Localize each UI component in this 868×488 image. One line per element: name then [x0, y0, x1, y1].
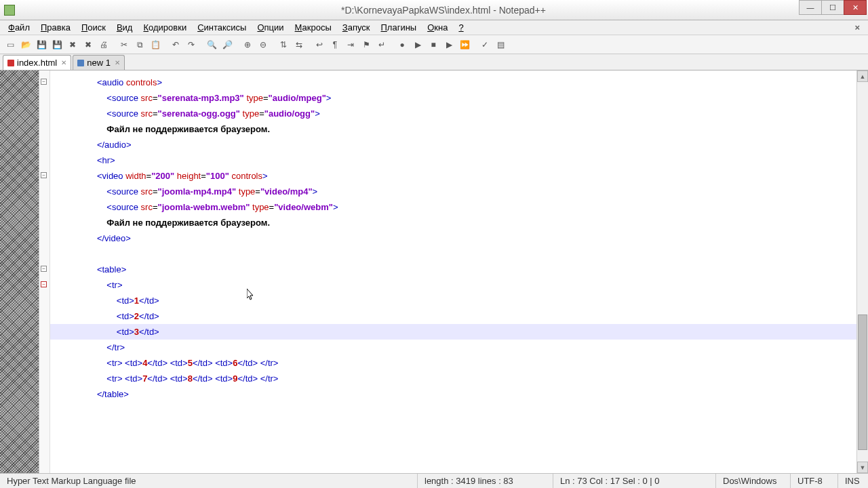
- spell-icon[interactable]: ✓: [477, 37, 492, 52]
- tab-label: new 1: [87, 58, 111, 68]
- maximize-button[interactable]: ☐: [821, 0, 844, 15]
- play-icon[interactable]: ▶: [410, 37, 425, 52]
- lang-icon[interactable]: ⚑: [359, 37, 374, 52]
- cut-icon[interactable]: ✂: [117, 37, 132, 52]
- status-filetype: Hyper Text Markup Language file: [0, 474, 418, 488]
- toolbar-separator: [390, 37, 394, 52]
- sync-v-icon[interactable]: ⇅: [276, 37, 291, 52]
- menu-синтаксисы[interactable]: Синтаксисы: [192, 21, 252, 34]
- status-eol[interactable]: Dos\Windows: [716, 474, 791, 488]
- menu-поиск[interactable]: Поиск: [76, 21, 111, 34]
- closeall-icon[interactable]: ✖: [81, 37, 96, 52]
- save-icon[interactable]: 💾: [34, 37, 49, 52]
- toolbar-separator: [473, 37, 477, 52]
- menu-запуск[interactable]: Запуск: [337, 21, 376, 34]
- toolbar-separator: [307, 37, 311, 52]
- play1-icon[interactable]: ▶: [441, 37, 456, 52]
- menu-вид[interactable]: Вид: [111, 21, 138, 34]
- saveall-icon[interactable]: 💾: [50, 37, 64, 52]
- zoom-in-icon[interactable]: ⊕: [240, 37, 255, 52]
- minimize-button[interactable]: —: [799, 0, 822, 15]
- tab-close-icon[interactable]: ✕: [115, 59, 120, 66]
- tab-bar: index.html✕new 1✕: [0, 54, 868, 70]
- playn-icon[interactable]: ⏩: [457, 37, 472, 52]
- fold-toggle-icon[interactable]: −: [41, 79, 47, 85]
- new-icon[interactable]: ▭: [3, 37, 18, 52]
- editor-area: −−−−− <audio controls> <source src="sere…: [0, 70, 868, 473]
- wrap-icon[interactable]: ↩: [312, 37, 327, 52]
- toolbar-separator: [199, 37, 203, 52]
- menubar-close-doc[interactable]: ×: [849, 22, 865, 33]
- fold-column[interactable]: −−−−−: [39, 70, 50, 473]
- status-bar: Hyper Text Markup Language file length :…: [0, 473, 868, 488]
- titlebar[interactable]: *D:\KornevayaPapkaWS\index.html - Notepa…: [0, 0, 868, 20]
- toolbar-separator: [163, 37, 167, 52]
- status-encoding[interactable]: UTF-8: [791, 474, 838, 488]
- menu-кодировки[interactable]: Кодировки: [138, 21, 192, 34]
- tab-index-html[interactable]: index.html✕: [3, 55, 71, 70]
- menu-?[interactable]: ?: [453, 21, 469, 34]
- scroll-thumb[interactable]: [858, 314, 867, 450]
- redo-icon[interactable]: ↷: [184, 37, 199, 52]
- code-text[interactable]: <audio controls> <source src="serenata-m…: [77, 75, 338, 402]
- app-icon: [4, 5, 15, 16]
- tab-new-1[interactable]: new 1✕: [73, 55, 125, 70]
- toolbar: ▭📂💾💾✖✖🖨✂⧉📋↶↷🔍🔎⊕⊖⇅⇆↩¶⇥⚑↵●▶■▶⏩✓▤: [0, 35, 868, 54]
- line-number-gutter[interactable]: [0, 70, 39, 473]
- modified-icon: [7, 60, 14, 66]
- allchars-icon[interactable]: ¶: [328, 37, 342, 52]
- code-area[interactable]: <audio controls> <source src="serenata-m…: [50, 70, 856, 473]
- stop-icon[interactable]: ■: [426, 37, 441, 52]
- menu-опции[interactable]: Опции: [252, 21, 289, 34]
- close-icon[interactable]: ✖: [65, 37, 80, 52]
- scroll-up-button[interactable]: ▲: [857, 70, 868, 82]
- menu-правка[interactable]: Правка: [35, 21, 76, 34]
- status-position: Ln : 73 Col : 17 Sel : 0 | 0: [553, 474, 716, 488]
- menu-файл[interactable]: Файл: [3, 21, 35, 34]
- print-icon[interactable]: 🖨: [96, 37, 111, 52]
- rec-icon[interactable]: ●: [395, 37, 410, 52]
- menubar: ФайлПравкаПоискВидКодировкиСинтаксисыОпц…: [0, 20, 868, 35]
- status-insert-mode[interactable]: INS: [838, 474, 868, 488]
- fold-toggle-icon[interactable]: −: [41, 281, 47, 287]
- fold-toggle-icon[interactable]: −: [41, 266, 47, 272]
- fold-toggle-icon[interactable]: −: [41, 172, 47, 178]
- copy-icon[interactable]: ⧉: [132, 37, 147, 52]
- vertical-scrollbar[interactable]: ▲ ▼: [856, 70, 868, 473]
- menu-плагины[interactable]: Плагины: [375, 21, 422, 34]
- paste-icon[interactable]: 📋: [148, 37, 163, 52]
- close-button[interactable]: ✕: [844, 0, 867, 15]
- saved-icon: [77, 60, 84, 66]
- eol-icon[interactable]: ↵: [374, 37, 389, 52]
- sync-h-icon[interactable]: ⇆: [292, 37, 307, 52]
- toolbar-separator: [271, 37, 275, 52]
- window-title: *D:\KornevayaPapkaWS\index.html - Notepa…: [19, 5, 868, 16]
- zoom-out-icon[interactable]: ⊖: [256, 37, 271, 52]
- menu-окна[interactable]: Окна: [422, 21, 453, 34]
- scroll-down-button[interactable]: ▼: [857, 462, 868, 473]
- find-icon[interactable]: 🔍: [204, 37, 219, 52]
- replace-icon[interactable]: 🔎: [220, 37, 235, 52]
- toolbar-separator: [112, 37, 116, 52]
- status-length: length : 3419 lines : 83: [418, 474, 553, 488]
- doc-icon[interactable]: ▤: [493, 37, 508, 52]
- indent-icon[interactable]: ⇥: [343, 37, 358, 52]
- undo-icon[interactable]: ↶: [168, 37, 183, 52]
- toolbar-separator: [235, 37, 239, 52]
- menu-макросы[interactable]: Макросы: [290, 21, 337, 34]
- open-icon[interactable]: 📂: [18, 37, 33, 52]
- tab-label: index.html: [17, 58, 57, 68]
- tab-close-icon[interactable]: ✕: [61, 59, 66, 66]
